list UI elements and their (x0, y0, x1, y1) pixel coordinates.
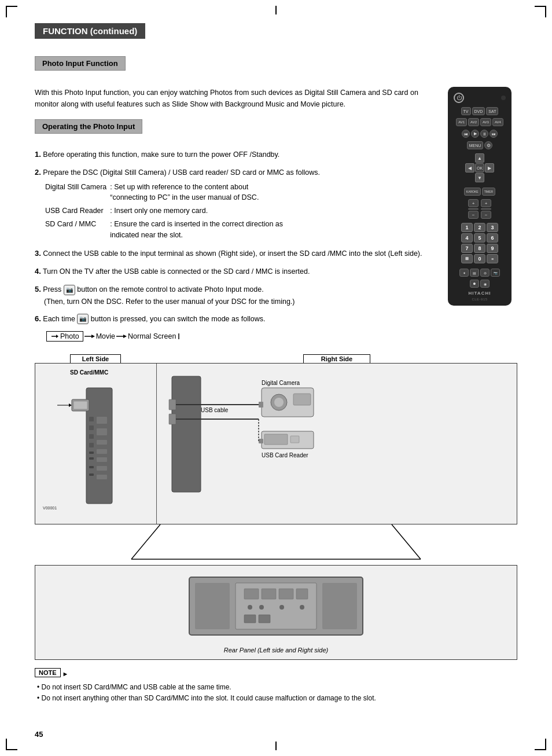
av3-btn[interactable]: AV3 (480, 118, 491, 126)
num-dash[interactable]: ⊞ (461, 254, 473, 263)
ch-down[interactable]: − (481, 211, 491, 219)
operating-header: Operating the Photo Input (35, 119, 142, 134)
svg-line-47 (392, 524, 421, 559)
play-btn[interactable]: ▶ (471, 130, 479, 138)
svg-rect-20 (97, 417, 107, 424)
num-3[interactable]: 3 (487, 223, 498, 232)
num-6[interactable]: 6 (487, 233, 498, 243)
num-8[interactable]: 8 (474, 244, 485, 253)
svg-rect-17 (89, 457, 94, 460)
misc-btn-2[interactable]: ◉ (480, 280, 490, 288)
flow-diagram: Photo Movie Normal Screen (46, 331, 439, 342)
karoke-btn[interactable]: KAROKE (464, 188, 481, 196)
step-1-text: Before operating this function, make sur… (43, 151, 279, 159)
special-btn-2[interactable]: ▤ (470, 269, 479, 277)
svg-rect-13 (89, 425, 94, 430)
left-side-label: Left Side (70, 354, 121, 363)
misc-btn-1[interactable]: ⏺ (470, 280, 479, 288)
av1-btn[interactable]: AV1 (456, 118, 467, 126)
prev-btn[interactable]: ⏮ (462, 130, 470, 138)
diagram-container: Left Side Right Side SD Card/MMC (35, 354, 517, 660)
vol-down[interactable]: − (468, 211, 479, 219)
dpad-down[interactable]: ▼ (475, 173, 484, 182)
ch-up[interactable]: + (481, 199, 491, 207)
svg-rect-58 (296, 589, 308, 599)
dpad-up[interactable]: ▲ (475, 153, 484, 163)
step-2-desc-usb: : Insert only one memory card. (110, 205, 285, 217)
photo-input-remote-btn[interactable]: 📷 (491, 269, 500, 277)
settings-btn[interactable]: ⚙ (484, 141, 492, 149)
svg-marker-1 (56, 335, 58, 338)
remote-control: ⏻ TV DVD SAT AV1 AV2 AV3 AV4 (448, 87, 511, 306)
rear-panel-section (35, 524, 517, 571)
special-btn-3[interactable]: ⊜ (480, 269, 490, 277)
vol-up[interactable]: + (468, 199, 479, 207)
svg-marker-5 (123, 335, 127, 338)
step-2-text: Prepare the DSC (Digital Still Camera) /… (43, 168, 320, 177)
intro-text: With this Photo Input function, you can … (35, 87, 439, 110)
svg-rect-12 (89, 417, 94, 421)
special-btn-1[interactable]: ✦ (459, 269, 469, 277)
svg-rect-42 (290, 436, 299, 443)
sat-btn[interactable]: SAT (486, 107, 498, 115)
num-7[interactable]: 7 (461, 244, 473, 253)
dpad-left[interactable]: ◀ (465, 163, 474, 173)
dpad-ok[interactable]: OK (475, 163, 484, 173)
num-1[interactable]: 1 (461, 223, 473, 232)
step-1: 1. Before operating this function, make … (35, 149, 439, 161)
svg-rect-14 (89, 434, 94, 439)
step-4: 4. Turn ON the TV after the USB cable is… (35, 266, 439, 278)
svg-rect-25 (97, 466, 107, 471)
timer-btn[interactable]: TIMER (482, 188, 496, 196)
menu-btn[interactable]: MENU (467, 141, 484, 149)
corner-mark-br (535, 739, 546, 750)
power-button[interactable]: ⏻ (454, 93, 464, 103)
num-list[interactable]: ≡ (487, 254, 498, 263)
num-5[interactable]: 5 (474, 233, 485, 243)
top-center-mark (275, 6, 277, 14)
svg-point-61 (279, 605, 284, 610)
step-2-desc-dsc: : Set up with reference to the content a… (110, 181, 285, 204)
svg-rect-28 (172, 376, 201, 492)
num-0[interactable]: 0 (474, 254, 485, 263)
step-1-num: 1. (35, 150, 41, 159)
photo-mode-icon: 📷 (77, 314, 89, 324)
remote-brand: HITACHI (469, 291, 491, 296)
left-panel: SD Card/MMC (35, 364, 157, 524)
svg-rect-22 (97, 440, 107, 445)
svg-rect-30 (169, 414, 176, 424)
dpad-right[interactable]: ▶ (485, 163, 494, 173)
svg-rect-55 (244, 589, 259, 599)
svg-rect-43 (259, 439, 263, 443)
rear-panel-box: Rear Panel (Left side and Right side) (35, 565, 517, 660)
note-section: NOTE ► • Do not insert SD Card/MMC and U… (35, 668, 517, 704)
rear-panel-label: Rear Panel (Left side and Right side) (224, 647, 328, 654)
svg-point-60 (259, 605, 264, 610)
svg-text:USB Card Reader: USB Card Reader (262, 452, 308, 458)
num-4[interactable]: 4 (461, 233, 473, 243)
av4-btn[interactable]: AV4 (492, 118, 503, 126)
numpad: 1 2 3 4 5 6 7 8 9 ⊞ 0 ≡ (461, 223, 498, 263)
num-9[interactable]: 9 (487, 244, 498, 253)
svg-rect-19 (89, 474, 94, 476)
remote-top-right (501, 96, 506, 100)
svg-marker-3 (91, 335, 95, 338)
svg-rect-23 (97, 449, 107, 454)
svg-rect-18 (89, 466, 94, 468)
dvd-btn[interactable]: DVD (472, 107, 485, 115)
av2-btn[interactable]: AV2 (468, 118, 479, 126)
page-number: 45 (35, 730, 43, 739)
step-4-num: 4. (35, 267, 41, 276)
rear-panel-svg (160, 571, 392, 647)
step-4-text: Turn ON the TV after the USB cable is co… (43, 267, 310, 276)
svg-point-36 (274, 398, 284, 407)
next-btn[interactable]: ⏭ (490, 130, 498, 138)
step-2-row-usb: USB Card Reader : Insert only one memory… (45, 205, 285, 217)
num-2[interactable]: 2 (474, 223, 485, 232)
right-panel: USB cable Digital Camera (157, 364, 517, 524)
svg-rect-26 (97, 475, 107, 479)
tv-btn[interactable]: TV (461, 107, 471, 115)
svg-rect-53 (244, 615, 256, 623)
dpad-empty-bl (465, 173, 474, 182)
pause-btn[interactable]: ⏸ (480, 130, 488, 138)
